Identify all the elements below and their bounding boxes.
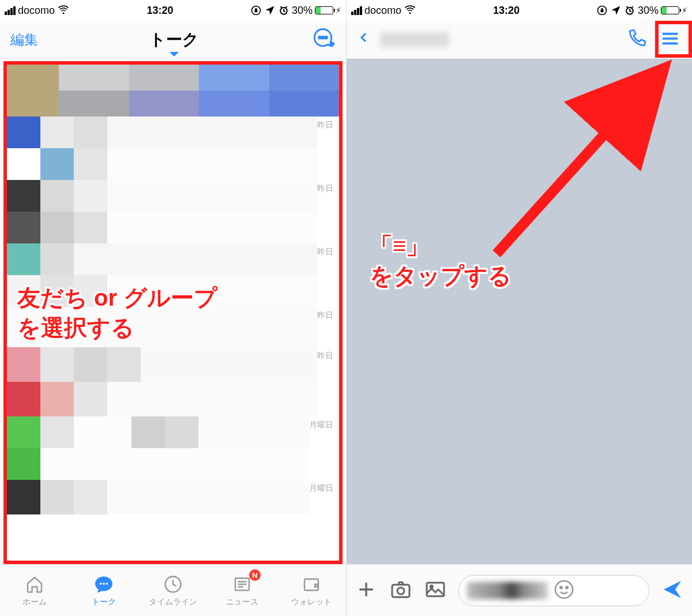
call-button[interactable]: [625, 27, 648, 52]
rotation-lock-icon: [250, 5, 262, 16]
status-bar: docomo 13:20 30% ⚡︎: [347, 0, 692, 21]
svg-point-15: [397, 587, 404, 594]
chat-list[interactable]: 昨日 昨日 昨日 昨日: [7, 65, 339, 561]
screen-talk-list: docomo 13:20 30% ⚡︎ 編集 トーク: [0, 0, 346, 616]
tab-timeline[interactable]: タイムライン: [138, 565, 208, 616]
charging-icon: ⚡︎: [336, 6, 341, 15]
battery-icon: [315, 6, 333, 14]
camera-button[interactable]: [389, 578, 412, 603]
alarm-icon: [624, 5, 635, 16]
svg-point-17: [430, 585, 432, 588]
tab-home[interactable]: ホーム: [0, 565, 69, 616]
rotation-lock-icon: [596, 5, 608, 16]
status-time: 13:20: [493, 5, 520, 17]
tab-wallet[interactable]: ウォレット: [277, 565, 346, 616]
add-button[interactable]: [355, 578, 378, 603]
send-button[interactable]: [661, 578, 684, 603]
list-item[interactable]: 昨日: [7, 307, 339, 347]
svg-point-5: [100, 583, 102, 585]
menu-button[interactable]: [659, 27, 682, 52]
svg-point-4: [325, 36, 328, 39]
wifi-icon: [57, 3, 70, 18]
chat-title-blur: [380, 32, 449, 47]
status-time: 13:20: [146, 5, 173, 17]
list-item[interactable]: [7, 65, 339, 117]
svg-rect-16: [427, 583, 444, 596]
input-blur: [467, 582, 548, 599]
svg-point-18: [555, 581, 573, 598]
list-item[interactable]: 昨日: [7, 117, 339, 180]
message-input[interactable]: [458, 575, 649, 606]
svg-point-20: [566, 587, 567, 588]
emoji-button[interactable]: [552, 578, 576, 603]
timestamp: 昨日: [317, 307, 339, 321]
chat-input-bar: [347, 564, 692, 616]
location-icon: [264, 5, 276, 16]
svg-point-7: [106, 583, 108, 585]
timestamp: 昨日: [317, 243, 339, 257]
gallery-button[interactable]: [424, 578, 447, 603]
carrier-label: docomo: [364, 5, 401, 17]
timestamp: 昨日: [317, 180, 339, 194]
edit-button[interactable]: 編集: [10, 31, 38, 49]
location-icon: [610, 5, 622, 16]
nav-bar: 編集 トーク: [0, 21, 346, 59]
status-bar: docomo 13:20 30% ⚡︎: [0, 0, 346, 21]
timestamp: 月曜日: [309, 480, 339, 494]
svg-point-2: [319, 36, 321, 39]
chevron-down-icon: [170, 52, 179, 57]
wifi-icon: [404, 3, 416, 18]
chat-background: [347, 59, 692, 564]
page-title[interactable]: トーク: [149, 29, 199, 51]
charging-icon: ⚡︎: [682, 6, 687, 15]
back-button[interactable]: [357, 28, 371, 52]
chat-list-highlight: 昨日 昨日 昨日 昨日: [3, 61, 343, 564]
battery-pct: 30%: [292, 5, 313, 17]
timestamp: 昨日: [317, 347, 339, 361]
new-chat-icon[interactable]: [310, 26, 336, 54]
tab-talk[interactable]: トーク: [69, 565, 138, 616]
screen-chat: docomo 13:20 30% ⚡︎: [346, 0, 692, 616]
battery-icon: [661, 6, 679, 14]
list-item[interactable]: 昨日: [7, 180, 339, 243]
timestamp: 月曜日: [309, 416, 339, 430]
tab-news[interactable]: N ニュース: [208, 565, 277, 616]
list-item[interactable]: 昨日: [7, 243, 339, 307]
news-badge: N: [249, 569, 261, 581]
alarm-icon: [278, 5, 289, 16]
svg-point-6: [103, 583, 105, 585]
carrier-label: docomo: [18, 5, 55, 17]
signal-icon: [5, 6, 16, 15]
chat-nav: [347, 21, 692, 59]
svg-point-19: [560, 587, 562, 588]
svg-rect-14: [392, 584, 409, 597]
battery-pct: 30%: [638, 5, 659, 17]
list-item[interactable]: 月曜日: [7, 480, 339, 514]
svg-point-3: [322, 36, 324, 39]
signal-icon: [351, 6, 362, 15]
list-item[interactable]: 月曜日: [7, 416, 339, 480]
list-item[interactable]: 昨日: [7, 347, 339, 416]
timestamp: 昨日: [317, 117, 339, 130]
tab-bar: ホーム トーク タイムライン N ニュース ウォレット: [0, 564, 346, 616]
